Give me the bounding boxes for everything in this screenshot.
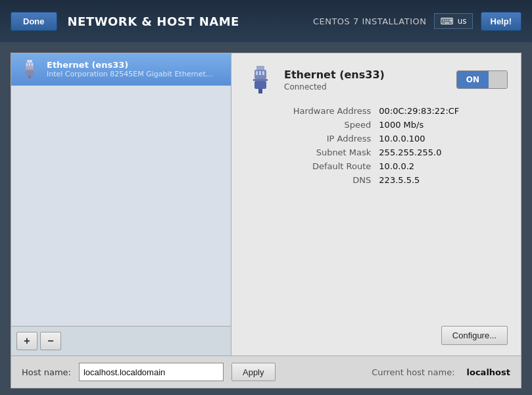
hostname-label: Host name:	[22, 367, 71, 377]
network-item-desc: Intel Corporation 82545EM Gigabit Ethern…	[47, 70, 214, 78]
svg-rect-15	[262, 71, 264, 75]
svg-rect-8	[256, 66, 264, 70]
centos-title: CENTOS 7 INSTALLATION	[313, 16, 427, 26]
network-item-text: Ethernet (ens33) Intel Corporation 82545…	[47, 60, 214, 78]
svg-rect-13	[256, 71, 258, 75]
done-button[interactable]: Done	[11, 12, 57, 31]
speed-value: 1000 Mb/s	[379, 120, 508, 130]
hostname-input[interactable]	[79, 363, 224, 381]
svg-rect-14	[259, 71, 261, 75]
svg-rect-12	[258, 89, 262, 93]
device-name-group: Ethernet (ens33) Connected	[284, 68, 385, 92]
device-name: Ethernet (ens33)	[284, 68, 385, 81]
toggle-off-area[interactable]	[489, 71, 507, 88]
header: Done NETWORK & HOST NAME CENTOS 7 INSTAL…	[0, 0, 532, 42]
dns-value: 223.5.5.5	[379, 175, 508, 185]
content-area: Ethernet (ens33) Intel Corporation 82545…	[11, 53, 521, 356]
svg-rect-2	[24, 69, 35, 70]
add-network-button[interactable]: +	[16, 332, 37, 350]
page-title: NETWORK & HOST NAME	[68, 14, 239, 28]
current-hostname-value: localhost	[467, 367, 510, 377]
hardware-address-label: Hardware Address	[245, 106, 371, 116]
left-panel: Ethernet (ens33) Intel Corporation 82545…	[11, 53, 231, 356]
dns-label: DNS	[245, 175, 371, 185]
bottom-bar: Host name: Apply Current host name: loca…	[11, 356, 521, 388]
subnet-mask-label: Subnet Mask	[245, 147, 371, 157]
ip-address-value: 10.0.0.100	[379, 134, 508, 144]
help-button[interactable]: Help!	[481, 12, 522, 31]
list-controls: + −	[11, 326, 231, 356]
network-item-name: Ethernet (ens33)	[47, 60, 214, 70]
current-hostname-label: Current host name:	[372, 367, 454, 377]
default-route-value: 10.0.0.2	[379, 161, 508, 171]
ethernet-icon	[19, 59, 40, 80]
default-route-label: Default Route	[245, 161, 371, 171]
svg-rect-0	[27, 60, 32, 63]
svg-rect-5	[26, 63, 28, 66]
keyboard-lang: us	[458, 16, 467, 26]
main-content: Ethernet (ens33) Intel Corporation 82545…	[11, 53, 521, 388]
header-left: Done NETWORK & HOST NAME	[11, 12, 239, 31]
keyboard-icon: ⌨	[440, 16, 453, 26]
device-ethernet-icon	[245, 64, 276, 95]
subnet-mask-value: 255.255.255.0	[379, 147, 508, 157]
network-list: Ethernet (ens33) Intel Corporation 82545…	[11, 53, 231, 326]
device-header: Ethernet (ens33) Connected ON	[245, 64, 508, 95]
right-panel: Ethernet (ens33) Connected ON Hardware A…	[231, 53, 521, 356]
svg-rect-10	[253, 79, 268, 81]
hardware-address-value: 00:0C:29:83:22:CF	[379, 106, 508, 116]
svg-rect-6	[29, 63, 30, 66]
keyboard-indicator[interactable]: ⌨ us	[434, 13, 472, 29]
network-list-item[interactable]: Ethernet (ens33) Intel Corporation 82545…	[11, 53, 231, 86]
device-status: Connected	[284, 82, 385, 92]
svg-rect-4	[28, 76, 31, 78]
ip-address-label: IP Address	[245, 134, 371, 144]
remove-network-button[interactable]: −	[40, 332, 61, 350]
device-info: Ethernet (ens33) Connected	[245, 64, 385, 95]
configure-button[interactable]: Configure...	[441, 326, 508, 345]
svg-rect-3	[26, 70, 34, 76]
toggle-on-label[interactable]: ON	[457, 71, 489, 88]
toggle-switch[interactable]: ON	[456, 70, 508, 89]
svg-rect-11	[254, 81, 266, 89]
header-right: CENTOS 7 INSTALLATION ⌨ us Help!	[313, 12, 521, 31]
speed-label: Speed	[245, 120, 371, 130]
apply-button[interactable]: Apply	[231, 363, 276, 381]
network-details: Hardware Address 00:0C:29:83:22:CF Speed…	[245, 106, 508, 185]
svg-rect-7	[32, 63, 33, 66]
